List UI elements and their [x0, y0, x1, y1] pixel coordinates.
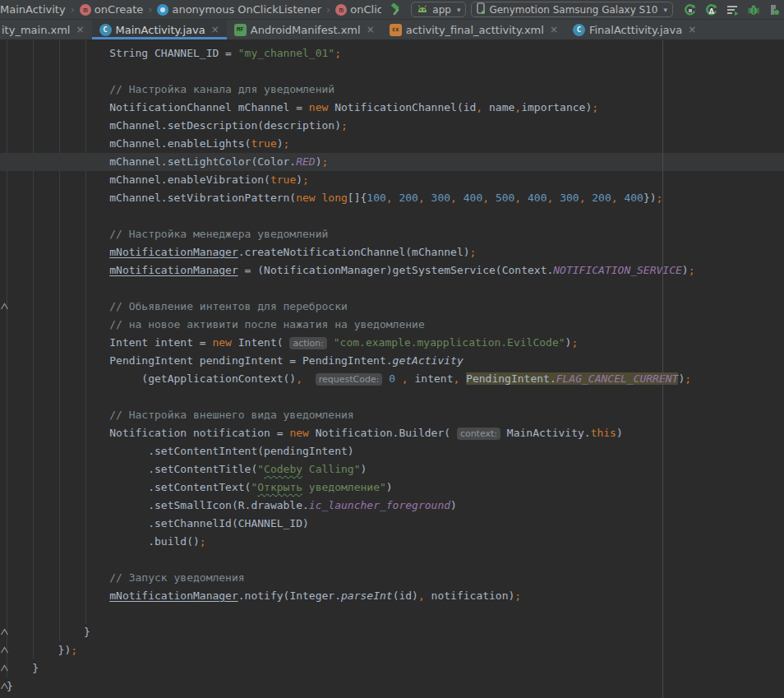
- code-token: "com.example.myapplication.EvilCode": [334, 336, 565, 349]
- code-token: new: [289, 427, 308, 439]
- toolbar-actions: A: [683, 3, 781, 16]
- code-line[interactable]: Notification notification = new Notifica…: [0, 424, 784, 442]
- code-line[interactable]: // Обьявление интентов для переброски: [0, 298, 784, 316]
- editor-tab[interactable]: MFAndroidManifest.xml×: [227, 20, 382, 39]
- code-line[interactable]: mChannel.setVibrationPattern(new long[]{…: [0, 189, 784, 207]
- code-editor[interactable]: String CHANNEL_ID = "my_channel_01"; // …: [0, 40, 784, 698]
- code-token: 400: [624, 192, 643, 204]
- code-line[interactable]: mNotificationManager.createNotificationC…: [0, 243, 784, 261]
- code-line[interactable]: });: [0, 641, 784, 659]
- code-line[interactable]: // Настройка менеджера уведомлений: [0, 225, 784, 243]
- code-line[interactable]: .setContentIntent(pendingIntent): [0, 442, 784, 460]
- code-token: notification): [425, 589, 515, 602]
- fold-marker-icon[interactable]: [0, 664, 9, 672]
- code-line[interactable]: [0, 388, 784, 406]
- breadcrumb-separator-icon: ›: [326, 3, 330, 16]
- code-line[interactable]: (getApplicationContext(), requestCode: 0…: [0, 370, 784, 388]
- code-line[interactable]: [0, 62, 784, 81]
- code-token: new: [296, 192, 315, 204]
- code-line[interactable]: mChannel.enableVibration(true);: [0, 171, 784, 189]
- run-tasks-icon[interactable]: [726, 3, 740, 16]
- breadcrumb-item[interactable]: monClick: [335, 3, 381, 16]
- code-line[interactable]: mNotificationManager = (NotificationMana…: [0, 261, 784, 280]
- code-token: [395, 372, 402, 385]
- code-token: ;: [284, 137, 290, 150]
- code-token: ;: [302, 173, 309, 186]
- java-class-file-icon: C: [573, 24, 585, 36]
- breadcrumb-item[interactable]: anonymous OnClickListener: [157, 3, 321, 16]
- editor-tab[interactable]: CMainActivity.java×: [92, 20, 227, 39]
- fold-marker-icon[interactable]: [0, 628, 9, 636]
- code-token: 500: [496, 192, 514, 204]
- code-line[interactable]: [0, 551, 784, 569]
- code-line[interactable]: // на новое активити после нажатия на ув…: [0, 316, 784, 334]
- code-line[interactable]: mChannel.setLightColor(Color.RED);: [0, 153, 784, 171]
- code-line[interactable]: mNotificationManager.notify(Integer.pars…: [0, 587, 784, 605]
- code-token: 200: [592, 192, 611, 204]
- code-token: [425, 192, 431, 204]
- code-line[interactable]: // Настройка канала для уведомлений: [0, 81, 784, 99]
- fold-marker-icon[interactable]: [0, 646, 9, 654]
- close-tab-icon[interactable]: ×: [367, 24, 375, 35]
- editor-tab[interactable]: cxactivity_final_acttivity.xml×: [382, 20, 565, 39]
- code-token: RED: [296, 155, 315, 168]
- fold-marker-icon[interactable]: [0, 682, 9, 690]
- debug-icon[interactable]: [747, 3, 760, 16]
- code-line[interactable]: // Настройка внешнего вида уведомления: [0, 406, 784, 424]
- code-line[interactable]: mChannel.setDescription(description);: [0, 117, 784, 135]
- code-line[interactable]: }: [0, 677, 784, 696]
- code-line[interactable]: // Запуск уведомления: [0, 569, 784, 587]
- code-line[interactable]: }: [0, 659, 784, 677]
- apply-changes-icon[interactable]: [683, 3, 697, 16]
- device-select[interactable]: Genymotion Samsung Galaxy S10 ▾: [471, 2, 673, 17]
- apply-code-changes-icon[interactable]: A: [704, 3, 718, 16]
- code-token: 200: [399, 192, 417, 204]
- code-token: Intent(: [232, 336, 289, 349]
- breadcrumb-separator-icon: ›: [148, 3, 152, 16]
- breadcrumb-label: MainActivity: [0, 3, 66, 16]
- close-tab-icon[interactable]: ×: [211, 24, 219, 35]
- code-line[interactable]: String CHANNEL_ID = "my_channel_01";: [0, 44, 784, 62]
- code-line[interactable]: .build();: [0, 533, 784, 551]
- code-token: (getApplicationContext(): [7, 372, 296, 385]
- breadcrumb-item[interactable]: monCreate: [80, 3, 143, 16]
- code-line[interactable]: Intent intent = new Intent( action: "com…: [0, 334, 784, 352]
- run-configuration-select[interactable]: app ▾: [411, 2, 466, 17]
- fold-marker-icon[interactable]: [0, 303, 9, 310]
- code-token: // Настройка менеджера уведомлений: [7, 228, 328, 240]
- code-token: ): [616, 427, 623, 439]
- editor-tab[interactable]: ity_main.xml×: [0, 20, 92, 39]
- code-token: Открыть: [257, 481, 302, 493]
- breadcrumb-item[interactable]: MainActivity: [0, 3, 66, 16]
- build-hammer-icon[interactable]: [390, 3, 403, 16]
- code-token: importance): [521, 101, 592, 113]
- breadcrumb-label: onClick: [350, 3, 381, 16]
- code-line[interactable]: [0, 280, 784, 298]
- code-token: [489, 192, 496, 204]
- code-line[interactable]: .setSmallIcon(R.drawable.ic_launcher_for…: [0, 497, 784, 515]
- code-line[interactable]: PendingIntent pendingIntent = PendingInt…: [0, 352, 784, 370]
- code-line[interactable]: .setContentText("Открыть уведомление"): [0, 478, 784, 497]
- code-line[interactable]: mChannel.enableLights(true);: [0, 135, 784, 153]
- code-token: .setChannelId(CHANNEL_ID): [7, 517, 309, 529]
- code-token: ;: [685, 372, 691, 385]
- code-line[interactable]: NotificationChannel mChannel = new Notif…: [0, 99, 784, 117]
- main-toolbar: MainActivity›monCreate›anonymous OnClick…: [0, 0, 784, 20]
- code-token: long: [322, 192, 348, 204]
- close-tab-icon[interactable]: ×: [688, 24, 696, 35]
- attach-debugger-icon[interactable]: [768, 3, 781, 16]
- code-line[interactable]: .setContentTitle("Codeby Calling"): [0, 460, 784, 478]
- editor-tab[interactable]: CFinalActtivity.java×: [565, 20, 703, 39]
- code-token: ;: [514, 589, 521, 602]
- code-line[interactable]: }: [0, 623, 784, 641]
- code-token: ;: [71, 644, 77, 656]
- code-line[interactable]: [0, 207, 784, 225]
- code-token: Codeby: [264, 463, 302, 475]
- close-tab-icon[interactable]: ×: [550, 24, 558, 35]
- close-tab-icon[interactable]: ×: [76, 24, 84, 35]
- code-line[interactable]: .setChannelId(CHANNEL_ID): [0, 515, 784, 533]
- breadcrumb-label: anonymous OnClickListener: [172, 3, 321, 16]
- code-line[interactable]: [0, 605, 784, 623]
- code-token: 100: [367, 192, 385, 204]
- code-token: intent: [408, 372, 454, 385]
